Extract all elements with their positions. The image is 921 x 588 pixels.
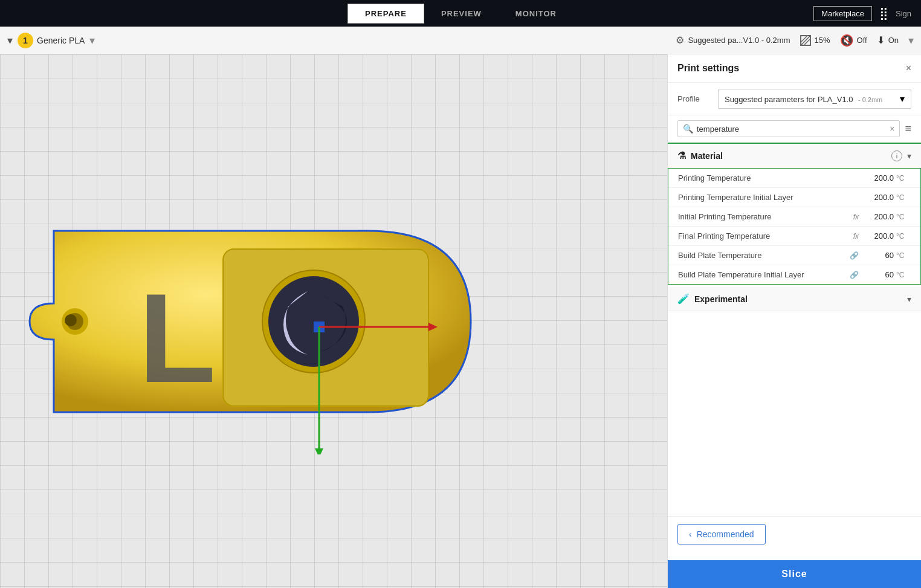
- profile-select-value: Suggested parameters for PLA_V1.0: [725, 95, 853, 104]
- experimental-section-header[interactable]: 🧪 Experimental ▾: [668, 287, 921, 311]
- row-value-5[interactable]: 60: [864, 270, 894, 279]
- svg-text:L: L: [138, 267, 216, 409]
- toolbar-right: ⚙ Suggested pa...V1.0 - 0.2mm 15% 🔇 Off …: [676, 34, 914, 47]
- printer-chevron-down-icon[interactable]: ▾: [89, 34, 95, 47]
- tab-prepare[interactable]: PREPARE: [347, 4, 424, 24]
- row-value-4[interactable]: 60: [864, 251, 894, 260]
- viewport[interactable]: L: [0, 54, 667, 588]
- profile-item: ⚙ Suggested pa...V1.0 - 0.2mm: [676, 34, 790, 46]
- close-panel-button[interactable]: ×: [906, 63, 911, 74]
- bottom-bar: ‹ Recommended: [668, 516, 921, 552]
- model-svg: L: [18, 189, 489, 454]
- search-icon: 🔍: [683, 124, 693, 134]
- toolbar-chevron-down-icon[interactable]: ▾: [908, 34, 914, 47]
- row-value-2[interactable]: 200.0: [864, 212, 894, 221]
- recommended-button[interactable]: ‹ Recommended: [677, 524, 766, 544]
- search-input[interactable]: [697, 124, 886, 134]
- adhesion-icon: ⬇: [877, 34, 885, 46]
- row-label-4: Build Plate Temperature: [678, 251, 850, 260]
- adhesion-item: ⬇ On: [877, 34, 899, 46]
- row-unit-1: °C: [896, 193, 911, 202]
- settings-table: Printing Temperature 200.0 °C Printing T…: [668, 168, 921, 285]
- experimental-icon: 🧪: [677, 293, 690, 305]
- profile-select-dropdown[interactable]: Suggested parameters for PLA_V1.0 - 0.2m…: [718, 89, 911, 109]
- infill-item: 15%: [800, 35, 830, 46]
- infill-value: 15%: [815, 36, 830, 45]
- row-label-3: Final Printing Temperature: [678, 231, 853, 241]
- search-row: 🔍 × ≡: [668, 115, 921, 143]
- material-section-header[interactable]: ⚗ Material i ▾: [668, 143, 921, 168]
- fx-icon-3: fx: [853, 232, 859, 241]
- table-row: Build Plate Temperature Initial Layer 🔗 …: [668, 265, 920, 284]
- profile-label: Suggested pa...V1.0 - 0.2mm: [688, 36, 790, 45]
- link-icon-4: 🔗: [850, 251, 859, 260]
- profile-field-label: Profile: [677, 94, 711, 103]
- row-label-5: Build Plate Temperature Initial Layer: [678, 270, 850, 279]
- table-row: Printing Temperature 200.0 °C: [668, 169, 920, 188]
- row-unit-3: °C: [896, 232, 911, 241]
- profile-select-sub: - 0.2mm: [858, 96, 882, 103]
- svg-point-5: [65, 314, 77, 326]
- experimental-section-title: 🧪 Experimental: [677, 293, 748, 305]
- marketplace-button[interactable]: Marketplace: [813, 6, 872, 21]
- row-unit-5: °C: [896, 271, 911, 279]
- model-container: L: [18, 189, 489, 454]
- row-label-0: Printing Temperature: [678, 173, 864, 183]
- chevron-left-icon: ‹: [689, 529, 692, 539]
- row-value-3[interactable]: 200.0: [864, 231, 894, 241]
- chevron-down-icon[interactable]: ▾: [7, 34, 13, 47]
- material-section-title: ⚗ Material: [677, 150, 723, 161]
- row-unit-2: °C: [896, 213, 911, 221]
- row-unit-0: °C: [896, 174, 911, 183]
- toolbar: ▾ 1 Generic PLA ▾ ⚙ Suggested pa...V1.0 …: [0, 27, 921, 54]
- experimental-label: Experimental: [694, 294, 748, 304]
- printer-selector[interactable]: 1 Generic PLA: [18, 33, 85, 48]
- fx-icon-2: fx: [853, 213, 859, 221]
- grid-icon[interactable]: ⣿: [879, 6, 888, 21]
- tab-monitor[interactable]: MONITOR: [499, 4, 574, 24]
- profile-chevron-icon: ▾: [900, 93, 905, 105]
- row-value-0[interactable]: 200.0: [864, 173, 894, 183]
- row-unit-4: °C: [896, 251, 911, 260]
- search-box: 🔍 ×: [677, 120, 900, 137]
- material-section-actions: i ▾: [891, 150, 911, 161]
- experimental-chevron-icon[interactable]: ▾: [907, 294, 911, 304]
- sign-button[interactable]: Sign: [896, 9, 911, 18]
- row-value-1[interactable]: 200.0: [864, 193, 894, 202]
- row-label-1: Printing Temperature Initial Layer: [678, 193, 864, 202]
- support-icon: 🔇: [840, 34, 853, 47]
- material-icon: ⚗: [677, 150, 686, 161]
- profile-row: Profile Suggested parameters for PLA_V1.…: [668, 83, 921, 115]
- table-row: Initial Printing Temperature fx 200.0 °C: [668, 207, 920, 227]
- link-icon-5: 🔗: [850, 271, 859, 279]
- table-row: Build Plate Temperature 🔗 60 °C: [668, 246, 920, 265]
- panel-header: Print settings ×: [668, 54, 921, 83]
- infill-icon: [800, 35, 811, 46]
- table-row: Printing Temperature Initial Layer 200.0…: [668, 188, 920, 207]
- printer-name-label: Generic PLA: [37, 36, 85, 45]
- main-area: L Print settings ×: [0, 54, 921, 588]
- material-info-icon[interactable]: i: [891, 150, 902, 161]
- tab-preview[interactable]: PREVIEW: [424, 4, 499, 24]
- adhesion-label: On: [888, 36, 899, 45]
- nav-tabs: PREPARE PREVIEW MONITOR: [347, 4, 574, 24]
- sliders-icon: ⚙: [676, 34, 684, 46]
- support-item: 🔇 Off: [840, 34, 867, 47]
- printer-number-badge: 1: [18, 33, 33, 48]
- panel-title: Print settings: [677, 63, 739, 74]
- support-label: Off: [857, 36, 867, 45]
- row-label-2: Initial Printing Temperature: [678, 212, 853, 221]
- svg-line-1: [801, 36, 807, 42]
- print-settings-panel: Print settings × Profile Suggested param…: [667, 54, 921, 588]
- filter-menu-button[interactable]: ≡: [905, 123, 911, 135]
- svg-marker-15: [315, 448, 323, 454]
- search-clear-icon[interactable]: ×: [890, 124, 894, 134]
- recommended-label: Recommended: [697, 529, 754, 539]
- slice-button[interactable]: Slice: [668, 560, 921, 588]
- top-navigation: PREPARE PREVIEW MONITOR Marketplace ⣿ Si…: [0, 0, 921, 27]
- svg-line-2: [804, 39, 810, 45]
- table-row: Final Printing Temperature fx 200.0 °C: [668, 227, 920, 246]
- toolbar-left: ▾ 1 Generic PLA ▾: [7, 33, 668, 48]
- material-label: Material: [691, 151, 723, 161]
- material-chevron-icon[interactable]: ▾: [907, 151, 911, 161]
